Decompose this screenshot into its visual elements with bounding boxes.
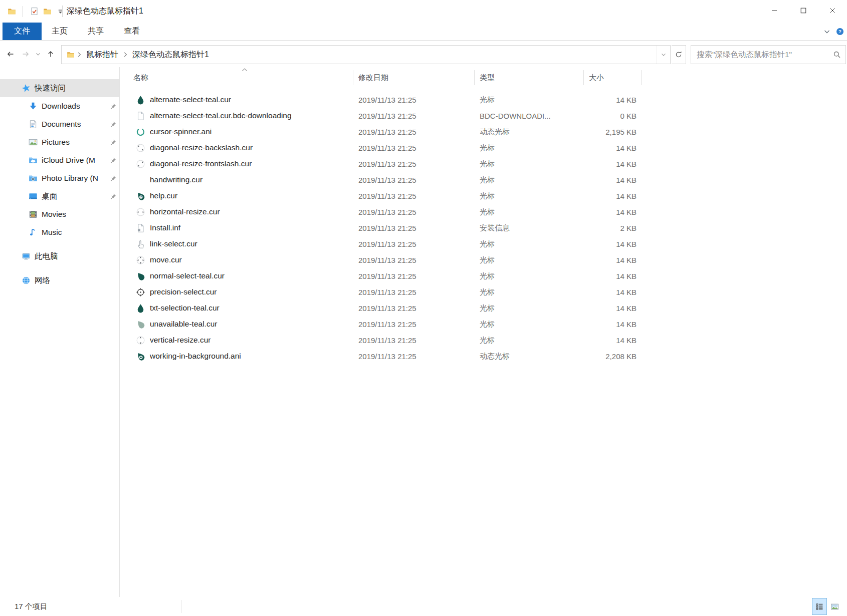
chevron-right-icon[interactable] — [121, 51, 129, 59]
large-icons-view-button[interactable] — [827, 598, 842, 615]
column-header-modified[interactable]: 修改日期 — [353, 70, 475, 85]
file-row[interactable]: working-in-background.ani2019/11/13 21:2… — [120, 348, 847, 364]
file-row[interactable]: horizontal-resize.cur2019/11/13 21:25光标1… — [120, 204, 847, 220]
chevron-right-icon[interactable] — [75, 51, 83, 59]
file-name: working-in-background.ani — [150, 352, 241, 361]
search-input[interactable] — [691, 46, 828, 64]
sidebar-item-music[interactable]: Music — [0, 223, 119, 241]
sidebar-item-quick-access[interactable]: 快速访问 — [0, 79, 119, 97]
tab-share[interactable]: 共享 — [78, 23, 114, 40]
file-row[interactable]: alternate-select-teal.cur.bdc-downloadin… — [120, 108, 847, 124]
file-size: 14 KB — [584, 208, 642, 216]
search-box — [691, 45, 846, 64]
file-type: 光标 — [475, 239, 584, 249]
main-area: 快速访问DownloadsDocumentsPicturesiCloud Dri… — [0, 67, 847, 597]
file-modified-date: 2019/11/13 21:25 — [353, 112, 475, 120]
file-size: 14 KB — [584, 192, 642, 200]
file-type: 动态光标 — [475, 127, 584, 137]
window-controls — [760, 0, 847, 21]
file-size: 2,208 KB — [584, 352, 642, 361]
customize-toolbar-dropdown-icon[interactable] — [54, 4, 67, 19]
tab-view[interactable]: 查看 — [114, 23, 150, 40]
file-modified-date: 2019/11/13 21:25 — [353, 352, 475, 361]
file-modified-date: 2019/11/13 21:25 — [353, 192, 475, 200]
column-header-size[interactable]: 大小 — [584, 70, 642, 85]
address-box[interactable]: 鼠标指针 深绿色动态鼠标指针1 — [61, 45, 671, 64]
help-icon[interactable]: ? — [836, 28, 844, 36]
file-type: 光标 — [475, 255, 584, 265]
file-size: 14 KB — [584, 96, 642, 104]
file-row[interactable]: diagonal-resize-frontslash.cur2019/11/13… — [120, 156, 847, 172]
forward-button[interactable] — [18, 46, 33, 62]
file-row[interactable]: move.cur2019/11/13 21:25光标14 KB — [120, 252, 847, 268]
breadcrumb-folder-icon — [67, 51, 75, 59]
breadcrumb-item[interactable]: 鼠标指针 — [84, 50, 121, 60]
file-row[interactable]: precision-select.cur2019/11/13 21:25光标14… — [120, 284, 847, 300]
file-row[interactable]: cursor-spinner.ani2019/11/13 21:25动态光标2,… — [120, 124, 847, 140]
file-name: horizontal-resize.cur — [150, 207, 220, 216]
close-button[interactable] — [818, 0, 847, 21]
hand-pointer-icon — [135, 239, 145, 249]
file-row[interactable]: ?help.cur2019/11/13 21:25光标14 KB — [120, 188, 847, 204]
window-title: 深绿色动态鼠标指针1 — [67, 0, 143, 23]
file-size: 14 KB — [584, 256, 642, 264]
sidebar-item-label: Downloads — [42, 102, 80, 111]
file-rows: alternate-select-teal.cur2019/11/13 21:2… — [120, 92, 847, 364]
collapse-ribbon-icon[interactable] — [823, 28, 831, 36]
file-row[interactable]: handwriting.cur2019/11/13 21:25光标14 KB — [120, 172, 847, 188]
file-row[interactable]: diagonal-resize-backslash.cur2019/11/13 … — [120, 140, 847, 156]
file-type: 光标 — [475, 320, 584, 329]
sidebar-item-icloud-drive[interactable]: iCloud Drive (M — [0, 151, 119, 169]
maximize-button[interactable] — [789, 0, 818, 21]
sidebar-item-network[interactable]: 网络 — [0, 271, 119, 289]
file-name: link-select.cur — [150, 239, 197, 248]
file-name: normal-select-teal.cur — [150, 271, 225, 280]
refresh-button[interactable] — [672, 45, 686, 64]
file-row[interactable]: Install.inf2019/11/13 21:25安装信息2 KB — [120, 220, 847, 236]
column-header-name[interactable]: 名称 — [120, 70, 353, 85]
tab-file[interactable]: 文件 — [3, 23, 42, 40]
file-row[interactable]: link-select.cur2019/11/13 21:25光标14 KB — [120, 236, 847, 252]
sidebar-item-label: Music — [42, 228, 62, 237]
file-size: 14 KB — [584, 320, 642, 329]
search-icon[interactable] — [828, 51, 845, 59]
sidebar-item-pictures[interactable]: Pictures — [0, 133, 119, 151]
movies-icon — [28, 210, 38, 219]
sidebar-item-label: Pictures — [42, 138, 70, 147]
back-button[interactable] — [3, 46, 18, 62]
file-type: 光标 — [475, 143, 584, 153]
sidebar-item-desktop[interactable]: 桌面 — [0, 187, 119, 205]
file-row[interactable]: unavailable-teal.cur2019/11/13 21:25光标14… — [120, 316, 847, 332]
file-size: 2,195 KB — [584, 128, 642, 136]
minimize-button[interactable] — [760, 0, 789, 21]
horizontal-resize-icon — [135, 207, 145, 217]
sidebar-item-this-pc[interactable]: 此电脑 — [0, 247, 119, 265]
file-name: precision-select.cur — [150, 287, 217, 296]
file-size: 14 KB — [584, 304, 642, 313]
sidebar-item-documents[interactable]: Documents — [0, 115, 119, 133]
tab-home[interactable]: 主页 — [42, 23, 78, 40]
file-row[interactable]: alternate-select-teal.cur2019/11/13 21:2… — [120, 92, 847, 108]
breadcrumb-item[interactable]: 深绿色动态鼠标指针1 — [130, 50, 211, 60]
downloads-icon — [28, 102, 38, 111]
details-view-button[interactable] — [812, 598, 827, 615]
sidebar-item-photo-library[interactable]: Photo Library (N — [0, 169, 119, 187]
file-row[interactable]: txt-selection-teal.cur2019/11/13 21:25光标… — [120, 300, 847, 316]
file-row[interactable]: vertical-resize.cur2019/11/13 21:25光标14 … — [120, 332, 847, 348]
recent-locations-dropdown-icon[interactable] — [33, 46, 43, 62]
sidebar-item-movies[interactable]: Movies — [0, 205, 119, 223]
icloud-folder-icon — [28, 156, 38, 165]
gray-drop-icon — [135, 320, 145, 329]
properties-icon[interactable] — [28, 4, 41, 19]
file-type: 光标 — [475, 95, 584, 105]
up-button[interactable] — [43, 46, 58, 62]
column-header-type[interactable]: 类型 — [475, 70, 584, 85]
document-icon — [28, 120, 38, 129]
teal-drop-icon — [135, 303, 145, 313]
file-type: 光标 — [475, 159, 584, 169]
file-row[interactable]: normal-select-teal.cur2019/11/13 21:25光标… — [120, 268, 847, 284]
file-name: move.cur — [150, 255, 182, 264]
address-dropdown-icon[interactable] — [657, 46, 670, 64]
sidebar-item-downloads[interactable]: Downloads — [0, 97, 119, 115]
new-folder-icon[interactable] — [41, 4, 54, 19]
